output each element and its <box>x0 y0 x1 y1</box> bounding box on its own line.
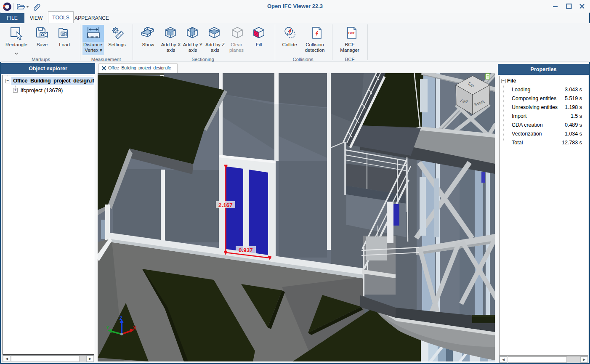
svg-text:Y: Y <box>106 325 109 330</box>
svg-text:2.167: 2.167 <box>218 202 233 208</box>
svg-text:0.937: 0.937 <box>239 247 253 253</box>
svg-text:BCF: BCF <box>348 31 356 35</box>
svg-text:X: X <box>133 325 136 330</box>
svg-text:Z: Z <box>120 316 122 321</box>
